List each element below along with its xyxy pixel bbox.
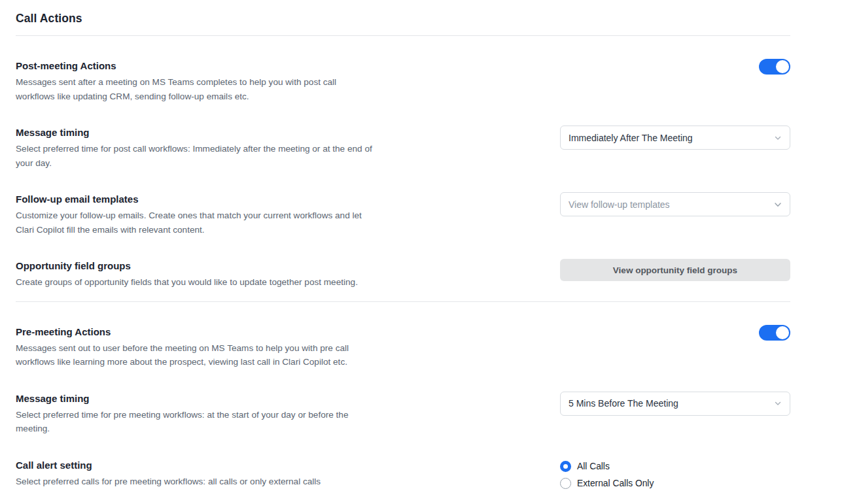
row-description: Select preferred time for post call work… (16, 142, 372, 170)
divider (16, 35, 790, 36)
row-control: Immediately After The Meeting (560, 126, 790, 150)
row-text: Post-meeting Actions Messages sent after… (16, 59, 372, 103)
radio-option-all-calls[interactable]: All Calls (560, 461, 790, 472)
row-description: Select preferred calls for pre meeting w… (16, 475, 372, 489)
select-value: Immediately After The Meeting (569, 133, 693, 143)
chevron-down-icon (774, 134, 782, 142)
row-text: Message timing Select preferred time for… (16, 392, 372, 436)
row-description: Messages sent out to user before the mee… (16, 341, 372, 369)
row-text: Opportunity field groups Create groups o… (16, 259, 372, 290)
row-description: Messages sent after a meeting on MS Team… (16, 75, 372, 103)
radio-option-external-calls-only[interactable]: External Calls Only (560, 478, 790, 489)
radio-label: All Calls (577, 462, 610, 471)
row-post-meeting-actions: Post-meeting Actions Messages sent after… (16, 59, 790, 103)
page-title: Call Actions (16, 12, 790, 25)
row-title: Call alert setting (16, 458, 372, 473)
toggle-knob (776, 60, 789, 73)
row-call-alert-setting: Call alert setting Select preferred call… (16, 458, 790, 489)
post-message-timing-select[interactable]: Immediately After The Meeting (560, 126, 790, 150)
followup-templates-select[interactable]: View follow-up templates (560, 192, 790, 216)
pre-message-timing-select[interactable]: 5 Mins Before The Meeting (560, 392, 790, 416)
row-control: View follow-up templates (560, 192, 790, 216)
row-text: Follow-up email templates Customize your… (16, 192, 372, 237)
radio-label: External Calls Only (577, 479, 654, 488)
row-opportunity-field-groups: Opportunity field groups Create groups o… (16, 259, 790, 290)
row-control: View opportunity field groups (560, 259, 790, 281)
chevron-down-icon (774, 201, 782, 209)
row-title: Message timing (16, 392, 372, 406)
row-text: Call alert setting Select preferred call… (16, 458, 372, 489)
row-post-message-timing: Message timing Select preferred time for… (16, 126, 790, 170)
select-value: View follow-up templates (569, 199, 670, 210)
row-title: Post-meeting Actions (16, 59, 372, 73)
row-text: Pre-meeting Actions Messages sent out to… (16, 325, 372, 369)
radio-icon[interactable] (560, 461, 571, 472)
pre-meeting-actions-toggle[interactable] (759, 325, 790, 341)
post-meeting-actions-toggle[interactable] (759, 59, 790, 75)
row-description: Create groups of opportunity fields that… (16, 275, 372, 290)
row-followup-templates: Follow-up email templates Customize your… (16, 192, 790, 237)
view-opportunity-field-groups-button[interactable]: View opportunity field groups (560, 259, 790, 281)
row-pre-message-timing: Message timing Select preferred time for… (16, 392, 790, 436)
chevron-down-icon (774, 399, 782, 407)
row-description: Select preferred time for pre meeting wo… (16, 408, 372, 436)
row-title: Pre-meeting Actions (16, 325, 372, 339)
row-title: Message timing (16, 126, 372, 140)
row-description: Customize your follow-up emails. Create … (16, 209, 372, 237)
row-control (560, 325, 790, 341)
toggle-knob (776, 326, 789, 339)
divider (16, 301, 790, 302)
row-control: 5 Mins Before The Meeting (560, 392, 790, 416)
call-alert-radio-group: All Calls External Calls Only (560, 461, 790, 489)
radio-icon[interactable] (560, 478, 571, 489)
row-title: Follow-up email templates (16, 192, 372, 207)
row-pre-meeting-actions: Pre-meeting Actions Messages sent out to… (16, 325, 790, 369)
row-text: Message timing Select preferred time for… (16, 126, 372, 170)
row-control (560, 59, 790, 75)
row-title: Opportunity field groups (16, 259, 372, 273)
row-control: All Calls External Calls Only (560, 458, 790, 489)
call-actions-settings-page: Call Actions Post-meeting Actions Messag… (0, 0, 842, 504)
select-value: 5 Mins Before The Meeting (569, 398, 678, 409)
